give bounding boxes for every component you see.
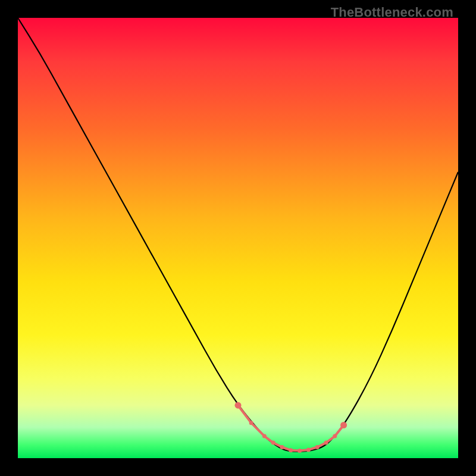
optimal-zone-marker (249, 421, 253, 425)
bottleneck-curve (18, 18, 458, 452)
optimal-zone-marker (280, 445, 284, 449)
bottleneck-curve-group (18, 18, 458, 452)
optimal-zone-marker (262, 434, 267, 439)
optimal-zone-marker (333, 434, 337, 439)
optimal-zone-marker (315, 445, 320, 449)
optimal-zone-marker (289, 448, 293, 452)
optimal-zone-marker (306, 447, 311, 452)
credit-label: TheBottleneck.com (331, 5, 453, 20)
optimal-zone-line (238, 405, 344, 450)
chart-svg (18, 18, 458, 458)
optimal-zone-markers (235, 402, 347, 453)
optimal-zone-marker (324, 441, 328, 445)
optimal-zone-marker (340, 422, 347, 428)
optimal-zone-marker (235, 402, 242, 409)
optimal-zone-marker (298, 449, 302, 453)
chart-container: TheBottleneck.com (0, 0, 476, 476)
optimal-zone-marker (271, 441, 275, 445)
